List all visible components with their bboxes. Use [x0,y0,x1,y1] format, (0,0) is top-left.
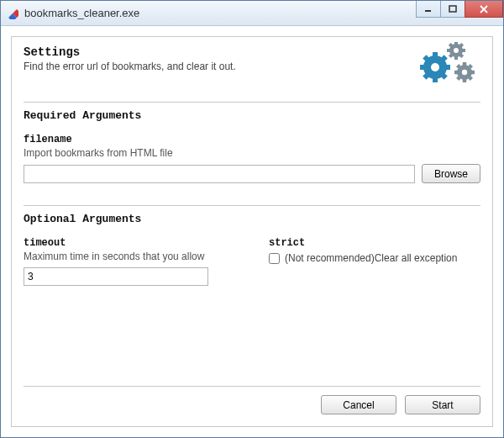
optional-section: Optional Arguments timeout Maximum time … [24,205,480,296]
panel-header: Settings Find the error url of bookmarks… [24,45,480,102]
filename-label: filename [24,134,480,145]
titlebar[interactable]: bookmarks_cleaner.exe [1,1,503,26]
minimize-button[interactable] [416,1,441,18]
svg-line-14 [443,56,446,60]
strict-checkbox[interactable] [269,253,280,264]
timeout-label: timeout [24,237,235,249]
filename-input[interactable] [24,165,415,183]
svg-line-32 [470,77,471,79]
timeout-field: timeout Maximum time in seconds that you… [24,237,235,286]
optional-section-title: Optional Arguments [24,213,480,225]
svg-line-15 [424,56,428,60]
svg-line-24 [460,44,463,46]
svg-point-7 [431,63,439,71]
strict-check-label: (Not recommended)Clear all exception [285,252,457,264]
page-subtitle: Find the error url of bookmarks, and cle… [24,61,236,72]
window-title: bookmarks_cleaner.exe [24,7,417,19]
svg-line-13 [424,75,428,78]
svg-line-23 [449,55,452,57]
browse-button[interactable]: Browse [422,164,480,183]
svg-rect-3 [449,6,456,12]
filename-desc: Import bookmarks from HTML file [24,147,480,159]
svg-line-12 [443,75,446,78]
app-window: bookmarks_cleaner.exe Settings Find the … [0,0,504,438]
svg-line-25 [449,44,452,46]
svg-line-33 [458,77,459,79]
content-area: Settings Find the error url of bookmarks… [1,26,503,437]
strict-field: strict (Not recommended)Clear all except… [269,237,480,286]
svg-point-27 [462,70,467,75]
page-title: Settings [24,45,236,59]
timeout-desc: Maximum time in seconds that you allow [24,251,235,262]
window-controls [417,1,503,25]
svg-line-22 [460,55,463,57]
timeout-input[interactable] [24,267,208,286]
maximize-button[interactable] [440,1,465,18]
close-button[interactable] [465,1,503,18]
cancel-button[interactable]: Cancel [321,395,396,414]
start-button[interactable]: Start [405,395,480,414]
required-section-title: Required Arguments [24,109,480,122]
strict-label: strict [269,237,480,249]
app-icon [6,7,19,20]
svg-line-34 [470,66,471,67]
svg-point-17 [454,48,459,53]
svg-line-35 [458,66,459,67]
main-panel: Settings Find the error url of bookmarks… [11,36,493,427]
footer: Cancel Start [24,386,480,414]
gears-icon [418,42,477,92]
required-section: Required Arguments filename Import bookm… [24,102,480,205]
